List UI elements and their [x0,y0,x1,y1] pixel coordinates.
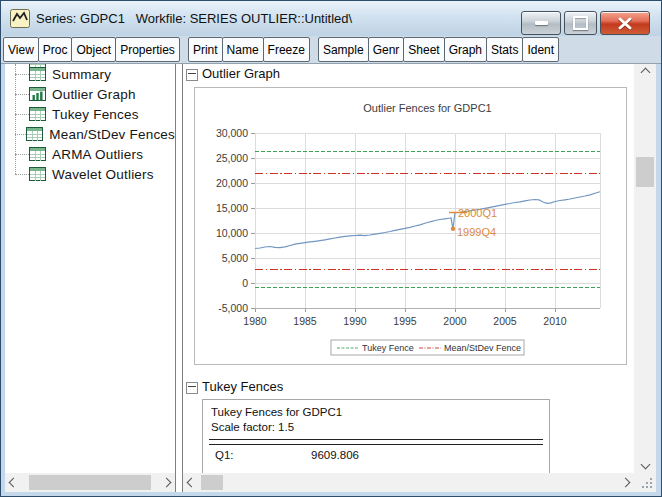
toolbar-button-ident[interactable]: Ident [522,37,559,62]
toolbar-group: PrintNameFreeze [188,37,310,62]
svg-text:Mean/StDev Fence: Mean/StDev Fence [444,343,521,353]
svg-text:1999Q4: 1999Q4 [457,226,496,238]
resize-grip[interactable] [634,473,656,492]
chevron-left-icon [187,478,197,488]
svg-text:2005: 2005 [493,315,517,327]
toolbar-button-view[interactable]: View [3,37,39,62]
svg-text:1980: 1980 [243,315,267,327]
scroll-up-button[interactable] [634,64,656,81]
tukey-row-value: 9609.806 [311,449,359,461]
table-icon [29,67,46,81]
scroll-down-button[interactable] [634,456,656,473]
svg-text:30,000: 30,000 [216,127,248,139]
bar-chart-icon [29,87,46,101]
sidebar-item-tukey-fences[interactable]: Tukey Fences [5,104,175,124]
toolbar-button-freeze[interactable]: Freeze [263,37,310,62]
svg-text:Tukey Fence: Tukey Fence [362,343,414,353]
table-icon [26,127,43,141]
svg-text:1990: 1990 [343,315,367,327]
svg-text:15,000: 15,000 [216,202,248,214]
tukey-table-title: Tukey Fences for GDPC1 [211,406,342,418]
sidebar-item-summary[interactable]: Summary [5,64,175,84]
tukey-table-scale: Scale factor: 1.5 [211,421,294,433]
window-client-area: SummaryOutlier GraphTukey FencesMean/StD… [5,63,656,492]
outlier-graph-chart: 30,00025,00020,00015,00010,0005,0000-5,0… [194,87,627,365]
tree-horizontal-scrollbar[interactable] [5,473,175,492]
chevron-down-icon [640,460,650,470]
svg-text:2010: 2010 [543,315,567,327]
eviews-series-window: Series: GDPC1 Workfile: SERIES OUTLIER::… [0,0,662,497]
svg-text:1995: 1995 [393,315,417,327]
table-divider [209,439,543,445]
table-icon [29,107,46,121]
tree-connector [15,154,29,155]
svg-text:-5,000: -5,000 [218,302,248,314]
scroll-left-button-main[interactable] [183,473,200,492]
tree-connector [15,134,26,135]
toolbar-group: SampleGenrSheetGraphStatsIdent [318,37,559,62]
toolbar-button-sample[interactable]: Sample [318,37,369,62]
sidebar-item-outlier-graph[interactable]: Outlier Graph [5,84,175,104]
tukey-fences-table: Tukey Fences for GDPC1 Scale factor: 1.5… [202,399,550,473]
close-icon [617,17,633,30]
toolbar-button-proc[interactable]: Proc [38,37,73,62]
tree-connector [15,114,29,115]
svg-text:25,000: 25,000 [216,152,248,164]
svg-text:5,000: 5,000 [222,252,248,264]
svg-text:10,000: 10,000 [216,227,248,239]
view-tree-pane: SummaryOutlier GraphTukey FencesMean/StD… [5,64,176,492]
close-button[interactable] [600,11,650,35]
tukey-row-label: Q1: [215,449,234,461]
minimize-icon [535,21,548,25]
spool-pane: Outlier Graph 30,00025,00020,00015,00010… [182,64,656,492]
toolbar-button-properties[interactable]: Properties [115,37,180,62]
sidebar-item-mean-stdev-fences[interactable]: Mean/StDev Fences [5,124,175,144]
toolbar-button-name[interactable]: Name [222,37,264,62]
svg-text:2000Q1: 2000Q1 [458,207,497,219]
spool-content: Outlier Graph 30,00025,00020,00015,00010… [183,64,634,473]
table-icon [29,167,46,181]
toolbar-button-sheet[interactable]: Sheet [403,37,444,62]
collapse-tukey-fences-button[interactable] [186,382,198,394]
minimize-button[interactable] [521,11,561,35]
toolbar-button-stats[interactable]: Stats [486,37,523,62]
tree-connector [15,94,29,95]
resize-grip-icon [640,476,654,490]
sidebar-item-arma-outliers[interactable]: ARMA Outliers [5,144,175,164]
chevron-right-icon [162,478,172,488]
svg-text:2000: 2000 [443,315,467,327]
toolbar-button-object[interactable]: Object [71,37,116,62]
main-scrollbar-thumb[interactable] [636,157,654,187]
window-controls [521,11,650,35]
toolbar: ViewProcObjectPropertiesPrintNameFreezeS… [1,36,661,64]
svg-text:20,000: 20,000 [216,177,248,189]
window-title: Series: GDPC1 Workfile: SERIES OUTLIER::… [36,11,352,26]
toolbar-button-genr[interactable]: Genr [368,37,405,62]
scroll-right-button-main[interactable] [617,473,634,492]
chevron-right-icon [621,478,631,488]
table-icon [29,147,46,161]
sidebar-item-wavelet-outliers[interactable]: Wavelet Outliers [5,164,175,184]
tree-connector [15,74,29,75]
toolbar-button-graph[interactable]: Graph [444,37,487,62]
tree-connector [15,174,29,175]
svg-text:1985: 1985 [293,315,317,327]
svg-text:Outlier Fences for GDPC1: Outlier Fences for GDPC1 [363,102,491,114]
series-window-icon [10,9,30,28]
main-horizontal-scrollbar[interactable] [183,473,634,492]
titlebar[interactable]: Series: GDPC1 Workfile: SERIES OUTLIER::… [1,1,661,36]
toolbar-button-print[interactable]: Print [188,37,223,62]
main-hscrollbar-thumb[interactable] [201,475,223,490]
section-title-tukey-fences: Tukey Fences [202,379,283,394]
tree-list: SummaryOutlier GraphTukey FencesMean/StD… [5,64,175,473]
section-title-outlier-graph: Outlier Graph [202,66,280,81]
maximize-button[interactable] [564,11,597,35]
tree-scrollbar-thumb[interactable] [29,475,151,490]
chevron-up-icon [640,68,650,78]
scroll-right-button[interactable] [158,473,175,492]
main-vertical-scrollbar[interactable] [634,64,656,473]
scroll-left-button[interactable] [5,473,22,492]
chevron-left-icon [9,478,19,488]
toolbar-group: ViewProcObjectProperties [3,37,180,62]
collapse-outlier-graph-button[interactable] [186,69,198,81]
